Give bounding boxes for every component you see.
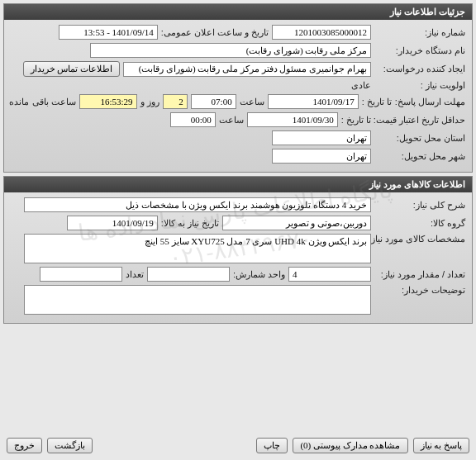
panel2-title: اطلاعات کالاهای مورد نیاز (4, 177, 472, 192)
field-announce[interactable] (59, 25, 158, 40)
field-time2[interactable] (170, 112, 216, 127)
lbl-time1: ساعت (240, 97, 264, 107)
val-priority: عادی (351, 80, 371, 91)
lbl-to-date1: تا تاریخ : (362, 97, 392, 107)
lbl-remain: ساعت باقی مانده (9, 97, 75, 107)
btn-attachments[interactable]: مشاهده مدارک پیوستی (0) (293, 438, 407, 453)
field-group[interactable] (222, 216, 371, 230)
lbl-to-date2: تا تاریخ : (341, 115, 371, 126)
btn-reply[interactable]: پاسخ به نیاز (413, 438, 470, 453)
lbl-announce: تاریخ و ساعت اعلان عمومی: (161, 27, 269, 38)
field-specs[interactable] (24, 234, 371, 263)
field-unit[interactable] (147, 267, 230, 282)
lbl-province: استان محل تحویل: (374, 133, 465, 144)
lbl-qty: تعداد / مقدار مورد نیاز: (374, 269, 465, 280)
panel-items: اطلاعات کالاهای مورد نیاز شرح کلی نیاز: … (3, 176, 473, 324)
btn-back[interactable]: بازگشت (47, 438, 93, 453)
btn-exit[interactable]: خروج (7, 438, 42, 453)
field-need-no[interactable] (272, 25, 371, 40)
field-date2[interactable] (247, 112, 338, 127)
field-creator[interactable] (123, 62, 371, 77)
lbl-buyer-notes: توضیحات خریدار: (374, 285, 465, 296)
lbl-creator: ایجاد کننده درخواست: (374, 64, 465, 74)
lbl-days-and: روز و (140, 97, 159, 107)
lbl-time2: ساعت (219, 115, 244, 126)
panel1-title: جزئیات اطلاعات نیاز (4, 4, 472, 20)
field-date1[interactable] (268, 94, 359, 109)
field-days[interactable] (163, 94, 188, 109)
field-general-desc[interactable] (24, 197, 371, 212)
footer-bar: پاسخ به نیاز مشاهده مدارک پیوستی (0) چاپ… (3, 434, 473, 457)
lbl-specs: مشخصات کالای مورد نیاز: (374, 234, 465, 244)
field-buyer[interactable] (90, 43, 371, 58)
lbl-city: شهر محل تحویل: (374, 151, 465, 162)
field-time1[interactable] (191, 94, 236, 109)
lbl-deadline: مهلت ارسال پاسخ: (395, 97, 465, 107)
lbl-priority: اولویت نیاز : (374, 80, 465, 91)
field-count[interactable] (40, 267, 122, 282)
field-province[interactable] (272, 130, 371, 145)
lbl-need-no: شماره نیاز: (374, 27, 465, 38)
lbl-buyer: نام دستگاه خریدار: (374, 45, 465, 56)
lbl-group: گروه کالا: (374, 218, 465, 229)
field-need-date[interactable] (67, 216, 158, 230)
lbl-count: تعداد (126, 269, 144, 280)
field-qty[interactable] (288, 267, 371, 282)
lbl-general-desc: شرح کلی نیاز: (374, 200, 465, 211)
field-city[interactable] (272, 149, 371, 164)
panel-need-details: جزئیات اطلاعات نیاز شماره نیاز: تاریخ و … (3, 3, 473, 173)
field-buyer-notes[interactable] (24, 285, 371, 315)
btn-print[interactable]: چاپ (256, 438, 288, 453)
lbl-validity: حداقل تاریخ اعتبار قیمت: (374, 115, 465, 126)
btn-contact-buyer[interactable]: اطلاعات تماس خریدار (23, 61, 121, 77)
field-countdown[interactable] (79, 94, 137, 109)
lbl-unit: واحد شمارش: (233, 269, 285, 280)
lbl-need-date: تاریخ نیاز به کالا: (161, 218, 219, 229)
